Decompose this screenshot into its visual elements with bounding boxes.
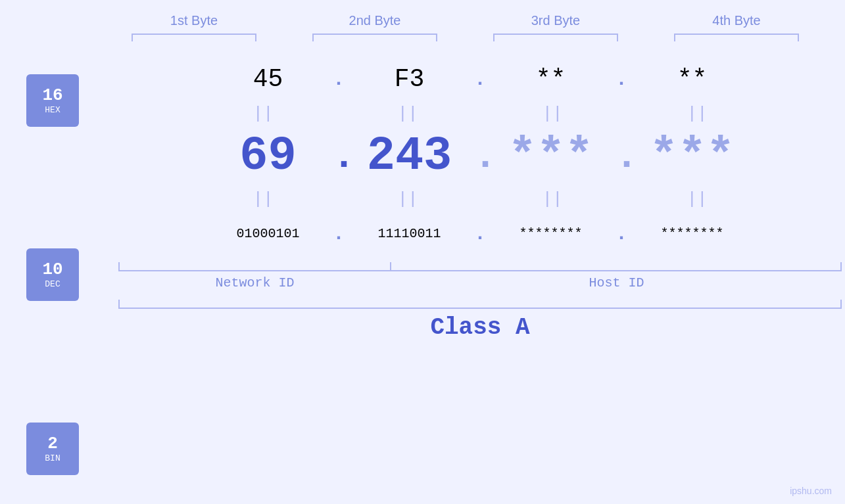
bin-badge-label: BIN: [45, 453, 60, 463]
bin-val-3: ********: [519, 226, 582, 241]
spacer-2: [26, 340, 79, 383]
byte-headers-row: 1st Byte 2nd Byte 3rd Byte 4th Byte: [104, 13, 827, 28]
bin-dot-2: .: [473, 223, 487, 245]
dec-badge-number: 10: [42, 261, 62, 278]
top-brackets: [104, 34, 827, 41]
hex-row: 45 . F3 . ** . **: [118, 55, 842, 104]
bin-dot-1: .: [332, 223, 345, 245]
byte-header-2: 2nd Byte: [302, 13, 447, 28]
bin-dot-3: .: [615, 223, 628, 245]
class-bracket: [118, 300, 842, 309]
dec-badge-label: DEC: [45, 279, 60, 289]
bin-badge: 2 BIN: [26, 423, 79, 475]
bracket-4: [674, 34, 799, 41]
pipe-2b: ||: [397, 189, 418, 209]
hex-val-3: **: [536, 65, 566, 93]
dec-val-4: ***: [650, 129, 735, 183]
hex-badge-label: HEX: [45, 105, 60, 115]
dec-row: 69 . 243 . *** . ***: [118, 124, 842, 189]
dec-dot-2: .: [473, 137, 487, 176]
id-labels-row: Network ID Host ID: [118, 275, 842, 290]
bracket-2: [312, 34, 437, 41]
hex-dot-2: .: [473, 68, 487, 91]
bin-val-4: ********: [660, 226, 723, 241]
dec-val-3: ***: [508, 129, 594, 183]
dec-dot-1: .: [332, 137, 345, 176]
hex-val-4: **: [677, 65, 708, 93]
badges-column: 16 HEX 10 DEC 2 BIN: [26, 55, 79, 475]
dec-val-2: 243: [367, 129, 452, 183]
pipe-2d: ||: [687, 189, 707, 209]
bracket-1: [132, 34, 256, 41]
pipe-1a: ||: [253, 104, 273, 124]
network-id-label: Network ID: [118, 275, 391, 290]
host-id-label: Host ID: [391, 275, 842, 290]
pipe-1b: ||: [397, 104, 418, 124]
dec-badge: 10 DEC: [26, 248, 79, 301]
hex-val-1: 45: [253, 65, 283, 93]
network-bracket: [118, 262, 391, 271]
bin-val-1: 01000101: [236, 226, 299, 241]
values-grid: 45 . F3 . ** . ** || ||: [118, 55, 842, 475]
dec-val-1: 69: [239, 129, 296, 183]
watermark: ipshu.com: [790, 486, 832, 496]
dec-dot-3: .: [615, 137, 628, 176]
class-label: Class A: [118, 314, 842, 341]
hex-badge-number: 16: [42, 87, 62, 104]
bin-row: 01000101 . 11110011 . ******** . *******…: [118, 209, 842, 258]
main-container: 1st Byte 2nd Byte 3rd Byte 4th Byte 16 H…: [0, 0, 845, 504]
hex-badge: 16 HEX: [26, 74, 79, 127]
pipe-1c: ||: [542, 104, 562, 124]
host-bracket: [391, 262, 842, 271]
byte-header-3: 3rd Byte: [483, 13, 628, 28]
bracket-3: [493, 34, 618, 41]
hex-dot-3: .: [615, 68, 628, 91]
byte-header-4: 4th Byte: [664, 13, 809, 28]
bin-badge-number: 2: [47, 435, 58, 452]
spacer-1: [26, 166, 79, 209]
hex-val-2: F3: [395, 65, 425, 93]
pipe-1d: ||: [687, 104, 707, 124]
bin-val-2: 11110011: [377, 226, 441, 241]
content-area: 16 HEX 10 DEC 2 BIN 45 .: [0, 55, 845, 475]
byte-header-1: 1st Byte: [122, 13, 266, 28]
pipe-2c: ||: [542, 189, 562, 209]
hex-dot-1: .: [332, 68, 345, 91]
pipe-2a: ||: [253, 189, 273, 209]
sep-row-2: || || || ||: [118, 189, 842, 209]
bottom-brackets-row: [118, 262, 842, 271]
sep-row-1: || || || ||: [118, 104, 842, 124]
